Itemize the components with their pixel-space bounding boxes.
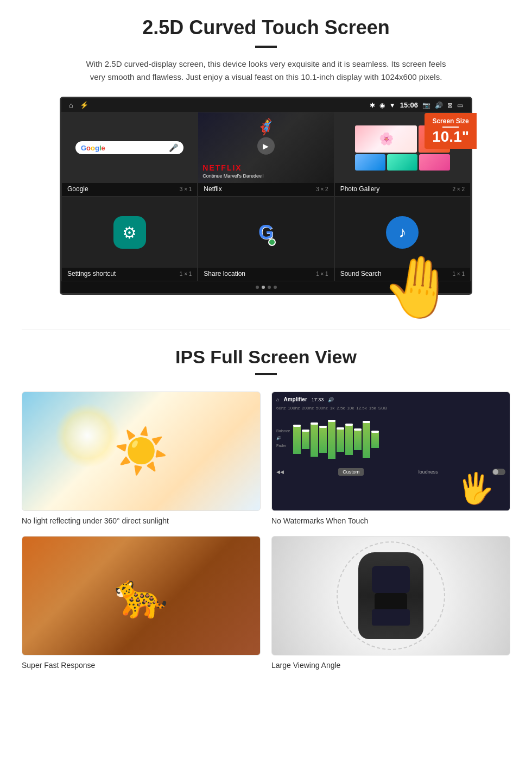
eq-handle-9[interactable] — [363, 421, 370, 423]
eq-handle-5[interactable] — [328, 420, 335, 422]
custom-button[interactable]: Custom — [338, 468, 364, 476]
eq-bar-2 — [302, 430, 309, 449]
dot-1 — [256, 286, 259, 289]
cheetah-image: 🐆 — [22, 536, 261, 655]
eq-bar-10 — [371, 431, 379, 448]
eq-bar-9 — [363, 421, 370, 458]
section-curved-screen: 2.5D Curved Touch Screen With 2.5D curve… — [0, 0, 532, 308]
netflix-overlay: NETFLIX Continue Marvel's Daredevil — [198, 112, 333, 183]
settings-icon-wrap: ⚙ — [113, 216, 146, 249]
status-bar: ⌂ ⚡ ✱ ◉ ▼ 15:06 📷 🔊 ⊠ ▭ — [61, 98, 471, 112]
google-search-bar[interactable]: Google 🎤 — [75, 141, 183, 154]
gallery-label-row: Photo Gallery 2 × 2 — [335, 183, 470, 196]
flower-tile: 🌸 — [355, 125, 417, 153]
device-screen: ⌂ ⚡ ✱ ◉ ▼ 15:06 📷 🔊 ⊠ ▭ — [60, 97, 472, 295]
car-windshield — [372, 566, 410, 593]
amp-time: 17:33 — [312, 397, 324, 402]
wifi-icon: ▼ — [389, 102, 396, 109]
status-left: ⌂ ⚡ — [69, 101, 88, 109]
amplifier-image: ⌂ Amplifier 17:33 🔊 60hz100hz200hz500hz1… — [271, 392, 510, 511]
eq-handle-1[interactable] — [293, 425, 301, 427]
sound-size: 1 × 1 — [452, 271, 465, 277]
eq-handle-7[interactable] — [345, 424, 353, 426]
amp-freq-labels: 60hz100hz200hz500hz1k2.5k10k12.5k15kSUB — [276, 406, 505, 411]
bluetooth-icon: ✱ — [370, 102, 375, 109]
green-tile — [387, 154, 417, 171]
sound-thumb: ♪ — [335, 197, 470, 268]
netflix-label-row: Netflix 3 × 2 — [198, 183, 333, 196]
close-icon: ⊠ — [447, 102, 453, 109]
section1-title: 2.5D Curved Touch Screen — [33, 16, 499, 39]
badge-line — [442, 127, 459, 128]
app-cell-sound[interactable]: ♪ Sound Search 1 × 1 — [334, 197, 471, 281]
amp-container: ⌂ Amplifier 17:33 🔊 60hz100hz200hz500hz1… — [276, 396, 505, 506]
blue-tile — [355, 154, 385, 171]
sunlight-image: ☀️ — [22, 392, 261, 511]
amp-labels-col: Balance 🔊 Fader — [276, 412, 505, 464]
eq-bar-4 — [319, 426, 327, 453]
eq-bar-8 — [354, 428, 362, 451]
cheetah-label: Super Fast Response — [22, 661, 261, 670]
eq-bar-5 — [328, 420, 335, 459]
app-cell-netflix[interactable]: 🦸 ▶ NETFLIX Continue Marvel's Daredevil … — [198, 112, 334, 197]
settings-name: Settings shortcut — [67, 270, 116, 277]
camera-icon: 📷 — [422, 102, 430, 109]
share-label-row: Share location 1 × 1 — [198, 268, 333, 281]
amp-home-icon: ⌂ — [276, 397, 279, 402]
page-dots — [61, 281, 471, 293]
amp-vol-icon: 🔊 — [328, 397, 334, 402]
dot-2 — [262, 286, 265, 289]
gallery-size: 2 × 2 — [452, 186, 465, 192]
mic-icon[interactable]: 🎤 — [169, 143, 178, 152]
car-label: Large Viewing Angle — [271, 661, 510, 670]
badge-size: 10.1" — [432, 129, 469, 144]
car-image — [271, 536, 510, 655]
amp-back-icon[interactable]: ◀◀ — [276, 469, 284, 475]
title-underline — [255, 46, 277, 48]
home-icon[interactable]: ⌂ — [69, 101, 73, 109]
maps-icon: G — [252, 216, 280, 249]
feature-car: Large Viewing Angle — [271, 536, 510, 670]
eq-handle-10[interactable] — [371, 431, 379, 433]
settings-gear-icon: ⚙ — [122, 223, 137, 242]
sun-graphic: ☀️ — [114, 426, 168, 477]
settings-label-row: Settings shortcut 1 × 1 — [62, 268, 197, 281]
location-icon: ◉ — [379, 102, 385, 109]
eq-bar-3 — [311, 422, 318, 457]
app-grid: Google 🎤 Google 3 × 1 🦸 — [61, 112, 471, 281]
cheetah-graphic: 🐆 — [114, 570, 168, 621]
device-mockup: Screen Size 10.1" ⌂ ⚡ ✱ ◉ ▼ 15:06 📷 🔊 ⊠ — [60, 97, 472, 295]
google-name: Google — [67, 185, 88, 193]
feature-amplifier: ⌂ Amplifier 17:33 🔊 60hz100hz200hz500hz1… — [271, 392, 510, 525]
window-icon: ▭ — [457, 102, 463, 109]
eq-handle-2[interactable] — [302, 430, 309, 432]
share-thumb: G — [198, 197, 333, 268]
loudness-label: loudness — [419, 469, 438, 475]
feature-cheetah: 🐆 Super Fast Response — [22, 536, 261, 670]
music-note-icon: ♪ — [398, 224, 406, 241]
dot-4 — [274, 286, 277, 289]
sunlight-glow — [55, 403, 120, 468]
amp-hand-illustration: 🖐 — [457, 471, 495, 506]
netflix-sub: Continue Marvel's Daredevil — [202, 173, 263, 179]
status-time: 15:06 — [400, 101, 418, 109]
eq-handle-3[interactable] — [311, 422, 318, 425]
gallery-name: Photo Gallery — [340, 185, 380, 193]
google-thumb: Google 🎤 — [62, 112, 197, 183]
amplifier-label: No Watermarks When Touch — [271, 516, 510, 525]
app-cell-settings[interactable]: ⚙ Settings shortcut 1 × 1 — [61, 197, 198, 281]
badge-label: Screen Size — [432, 117, 469, 125]
settings-thumb: ⚙ — [62, 197, 197, 268]
eq-handle-8[interactable] — [354, 428, 362, 431]
app-cell-google[interactable]: Google 🎤 Google 3 × 1 — [61, 112, 198, 197]
section1-description: With 2.5D curved-display screen, this de… — [81, 58, 451, 84]
features-grid: ☀️ No light reflecting under 360° direct… — [22, 392, 510, 670]
eq-handle-6[interactable] — [337, 427, 344, 430]
eq-bar-6 — [337, 427, 344, 452]
app-cell-share[interactable]: G Share location 1 × 1 — [198, 197, 334, 281]
google-size: 3 × 1 — [180, 186, 192, 192]
share-size: 1 × 1 — [316, 271, 328, 277]
volume-icon: 🔊 — [435, 102, 443, 109]
eq-handle-4[interactable] — [319, 426, 327, 428]
amp-title: Amplifier — [283, 396, 307, 402]
